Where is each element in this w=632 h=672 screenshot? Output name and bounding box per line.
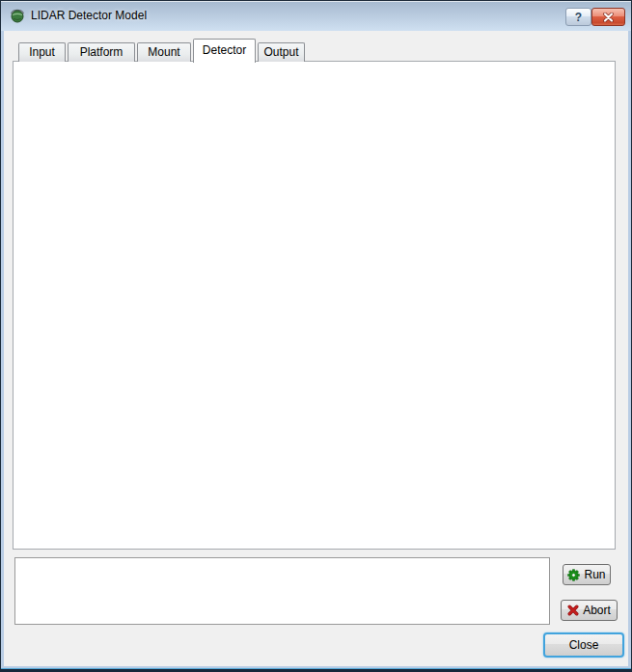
tab-output[interactable]: Output bbox=[258, 42, 305, 62]
close-button[interactable]: Close bbox=[543, 632, 624, 658]
window-bottom-accent bbox=[1, 668, 631, 669]
red-cross-icon bbox=[567, 605, 579, 616]
run-button[interactable]: Run bbox=[563, 564, 611, 585]
close-x-icon bbox=[603, 13, 614, 22]
abort-button[interactable]: Abort bbox=[561, 600, 618, 621]
lidar-globe-icon bbox=[10, 8, 25, 23]
tab-platform[interactable]: Platform bbox=[68, 42, 135, 62]
window-title: LIDAR Detector Model bbox=[31, 1, 147, 31]
question-mark-icon: ? bbox=[575, 11, 582, 24]
tab-input[interactable]: Input bbox=[18, 42, 66, 62]
window-close-button[interactable] bbox=[591, 8, 625, 26]
titlebar[interactable]: LIDAR Detector Model ? bbox=[1, 1, 631, 31]
tab-mount[interactable]: Mount bbox=[137, 42, 191, 62]
log-output-area[interactable] bbox=[14, 557, 550, 625]
abort-button-label: Abort bbox=[583, 604, 611, 617]
green-gear-icon bbox=[567, 569, 580, 581]
run-button-label: Run bbox=[584, 568, 605, 581]
help-button[interactable]: ? bbox=[565, 8, 591, 26]
window-frame: LIDAR Detector Model ? Input Platform Mo… bbox=[0, 0, 632, 672]
close-button-label: Close bbox=[569, 638, 599, 652]
detector-tab-panel bbox=[13, 61, 616, 550]
lidar-detector-model-dialog: LIDAR Detector Model ? Input Platform Mo… bbox=[0, 0, 632, 672]
tab-detector[interactable]: Detector bbox=[193, 39, 256, 63]
dialog-client-area: Input Platform Mount Detector Output Rec… bbox=[4, 31, 628, 666]
